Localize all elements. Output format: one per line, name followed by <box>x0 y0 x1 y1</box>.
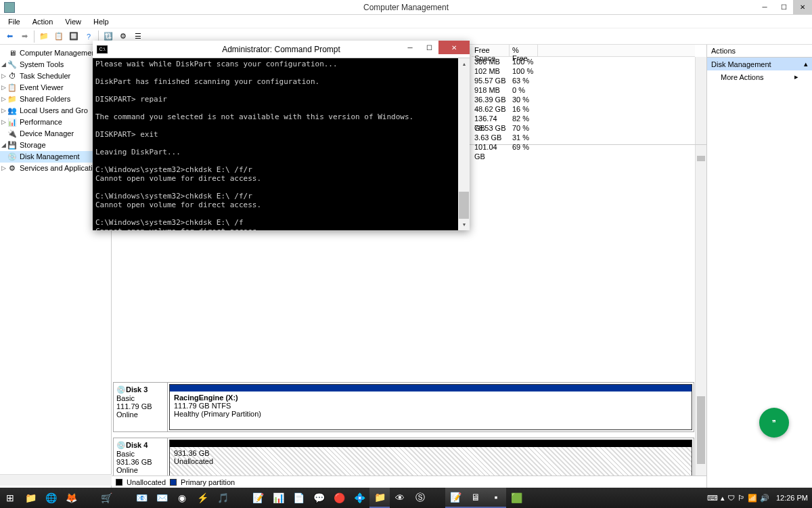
tray-keyboard-icon[interactable]: ⌨ <box>707 494 718 503</box>
up-button[interactable]: 📁 <box>37 30 51 43</box>
start-button[interactable]: ⊞ <box>0 488 20 508</box>
tree-disk-management[interactable]: Disk Management <box>20 152 80 162</box>
drive-icon: 💿Disk 3 <box>116 385 164 394</box>
close-button[interactable]: ✕ <box>793 0 812 14</box>
tree-system-tools[interactable]: System Tools <box>20 60 64 70</box>
taskbar-app[interactable] <box>81 488 96 508</box>
volume-list-scrollbar[interactable] <box>695 57 706 144</box>
taskbar-app[interactable]: 🟩 <box>506 488 526 508</box>
back-button[interactable]: ⬅ <box>3 30 16 43</box>
taskbar-app[interactable]: 💬 <box>309 488 329 508</box>
volume-racingengine[interactable]: RacingEngine (X:) 111.79 GB NTFS Healthy… <box>169 384 692 430</box>
maximize-button[interactable]: ☐ <box>774 0 793 14</box>
services-icon: ⚙ <box>7 164 18 173</box>
menu-view[interactable]: View <box>60 16 87 27</box>
taskbar[interactable]: ⊞ 📁 🌐 🦊 🛒 📧 ✉️ ◉ ⚡ 🎵 📝 📊 📄 💬 🔴 💠 📁 👁 Ⓢ 📝… <box>0 488 812 508</box>
table-row[interactable]: 918 MB0 % <box>472 85 695 95</box>
actions-more[interactable]: More Actions▸ <box>707 70 812 83</box>
view-button[interactable]: 🔲 <box>67 30 81 43</box>
taskbar-app[interactable]: ✉️ <box>152 488 172 508</box>
taskbar-app[interactable]: 📧 <box>131 488 152 508</box>
disk-entry-3[interactable]: 💿Disk 3 Basic 111.79 GB Online RacingEng… <box>113 382 694 432</box>
actions-disk-management[interactable]: Disk Management▴ <box>707 58 812 70</box>
table-row[interactable]: 102 MB100 % <box>472 66 695 76</box>
tree-performance[interactable]: Performance <box>20 117 62 127</box>
menu-action[interactable]: Action <box>27 16 59 27</box>
taskbar-app[interactable]: 📄 <box>288 488 309 508</box>
legend-bar: Unallocated Primary partition <box>112 475 706 488</box>
drive-icon: 💿Disk 4 <box>116 441 164 450</box>
cmd-output[interactable]: Please wait while DiskPart scans your co… <box>93 58 470 230</box>
tree-scrollbar-h[interactable] <box>0 474 112 486</box>
tray-network-icon[interactable]: 📶 <box>748 494 757 503</box>
table-row[interactable]: 95.57 GB63 % <box>472 76 695 85</box>
cmd-scrollbar[interactable]: ▴ ▾ <box>458 58 470 230</box>
scroll-up-icon[interactable]: ▴ <box>458 58 470 70</box>
table-row[interactable]: 36.39 GB30 % <box>472 95 695 104</box>
table-row[interactable]: 3.63 GB31 % <box>472 133 695 142</box>
taskbar-app[interactable]: ⚡ <box>192 488 212 508</box>
volume-unallocated[interactable]: 931.36 GB Unallocated <box>169 440 692 475</box>
taskbar-app[interactable]: 🌐 <box>41 488 61 508</box>
taskbar-app[interactable]: 🔴 <box>329 488 349 508</box>
cmd-minimize-button[interactable]: ─ <box>401 41 420 55</box>
menu-file[interactable]: File <box>3 16 26 27</box>
main-window-titlebar: Computer Management ─ ☐ ✕ <box>0 0 812 15</box>
taskbar-app[interactable]: 📝 <box>248 488 268 508</box>
tray-flag-icon[interactable]: 🏳 <box>738 494 745 502</box>
taskbar-app[interactable]: 📊 <box>268 488 288 508</box>
taskbar-app[interactable]: 👁 <box>390 488 410 508</box>
cmd-titlebar[interactable]: C:\ Administrator: Command Prompt ─ ☐ ✕ <box>93 41 470 58</box>
taskbar-app[interactable] <box>430 488 445 508</box>
taskbar-app[interactable]: Ⓢ <box>410 488 430 508</box>
taskbar-app[interactable]: 📁 <box>369 488 390 508</box>
scroll-thumb[interactable] <box>459 192 469 219</box>
cmd-maximize-button[interactable]: ☐ <box>420 41 438 55</box>
taskbar-notepad[interactable]: 📝 <box>445 488 466 508</box>
taskbar-app[interactable]: ◉ <box>172 488 192 508</box>
legend-primary-swatch <box>170 479 177 486</box>
taskbar-app[interactable]: 📁 <box>20 488 41 508</box>
tree-device-manager[interactable]: Device Manager <box>20 129 74 139</box>
properties-button[interactable]: 📋 <box>52 30 66 43</box>
taskbar-app[interactable]: 🦊 <box>61 488 81 508</box>
tray-shield-icon[interactable]: 🛡 <box>727 494 735 502</box>
computer-icon: 🖥 <box>7 49 18 58</box>
taskbar-clock[interactable]: 12:26 PM <box>772 494 808 502</box>
taskbar-app[interactable]: 🎵 <box>212 488 233 508</box>
event-icon: 📋 <box>7 83 18 93</box>
table-row[interactable]: 78.53 GB70 % <box>472 123 695 133</box>
taskbar-cmd[interactable]: ▪ <box>486 488 506 508</box>
cmd-icon: C:\ <box>97 45 108 54</box>
table-row[interactable]: 136.74 GB82 % <box>472 114 695 123</box>
tree-local-users[interactable]: Local Users and Gro <box>20 106 88 116</box>
tray-volume-icon[interactable]: 🔊 <box>760 494 769 503</box>
menu-help[interactable]: Help <box>88 16 114 27</box>
tree-shared-folders[interactable]: Shared Folders <box>20 94 70 104</box>
taskbar-mmc[interactable]: 🖥 <box>466 488 486 508</box>
tree-event-viewer[interactable]: Event Viewer <box>20 83 64 93</box>
cmd-title: Administrator: Command Prompt <box>222 45 340 54</box>
disk-icon: 💿 <box>7 152 18 162</box>
taskbar-app[interactable]: 🛒 <box>96 488 116 508</box>
table-row[interactable]: 306 MB100 % <box>472 57 695 66</box>
scroll-down-icon[interactable]: ▾ <box>458 219 470 230</box>
tree-services[interactable]: Services and Applicatio <box>20 163 97 173</box>
col-free-space[interactable]: Free Space <box>472 45 510 56</box>
disk-entry-4[interactable]: 💿Disk 4 Basic 931.36 GB Online 931.36 GB… <box>113 438 694 475</box>
minimize-button[interactable]: ─ <box>755 0 774 14</box>
tree-storage[interactable]: Storage <box>20 140 46 150</box>
command-prompt-window[interactable]: C:\ Administrator: Command Prompt ─ ☐ ✕ … <box>93 41 470 230</box>
taskbar-app[interactable] <box>116 488 131 508</box>
cmd-close-button[interactable]: ✕ <box>438 41 470 54</box>
col-pct-free[interactable]: % Free <box>510 45 538 56</box>
forward-button[interactable]: ➡ <box>18 30 31 43</box>
system-tray[interactable]: ⌨ ▴ 🛡 🏳 📶 🔊 12:26 PM <box>707 494 812 503</box>
tray-up-icon[interactable]: ▴ <box>721 494 725 503</box>
tree-task-scheduler[interactable]: Task Scheduler <box>20 71 70 81</box>
hangouts-fab[interactable]: ❞ <box>759 408 789 438</box>
disk-graphic-scrollbar[interactable] <box>695 145 706 475</box>
table-row[interactable]: 48.62 GB16 % <box>472 104 695 114</box>
taskbar-app[interactable]: 💠 <box>349 488 369 508</box>
taskbar-app[interactable] <box>233 488 248 508</box>
